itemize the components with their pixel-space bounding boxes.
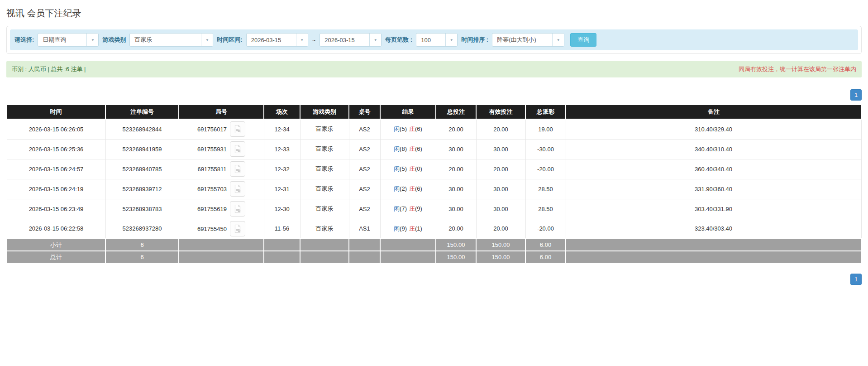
- page-size-label: 每页笔数 :: [385, 36, 412, 44]
- result-player-score: (8): [400, 145, 407, 152]
- cell-session: 11-56: [264, 219, 300, 239]
- video-file-icon: [233, 164, 242, 173]
- chevron-down-icon: ▼: [201, 34, 213, 46]
- cell-time: 2026-03-15 06:24:19: [7, 179, 105, 199]
- query-button[interactable]: 查询: [570, 33, 596, 47]
- currency-total-text: 币别 : 人民币 | 总共 :6 注单 |: [12, 65, 86, 73]
- subtotal-payout: 6.00: [525, 239, 566, 251]
- header-result: 结果: [380, 105, 436, 119]
- cell-payout: 28.50: [525, 179, 566, 199]
- cell-total-bet[interactable]: 20.00: [436, 159, 476, 179]
- result-player-label: 闲: [394, 205, 400, 212]
- cell-remark: 310.40/329.40: [566, 119, 861, 139]
- cell-valid-bet: 30.00: [476, 199, 525, 219]
- date-to-value: 2026-03-15: [320, 37, 369, 43]
- cell-total-bet[interactable]: 30.00: [436, 199, 476, 219]
- header-table-no: 桌号: [349, 105, 380, 119]
- cell-bet-id: 523268941959: [105, 139, 179, 159]
- header-payout: 总派彩: [525, 105, 566, 119]
- date-from-value: 2026-03-15: [247, 37, 296, 43]
- header-remark: 备注: [566, 105, 861, 119]
- result-player-score: (5): [400, 125, 407, 132]
- subtotal-empty-cell: [380, 239, 436, 251]
- subtotal-valid-bet: 150.00: [476, 239, 525, 251]
- cell-time: 2026-03-15 06:23:49: [7, 199, 105, 219]
- cell-result: 闲(7)庄(9): [380, 199, 436, 219]
- date-from-select[interactable]: 2026-03-15 ▼: [246, 33, 308, 47]
- total-payout: 6.00: [525, 251, 566, 263]
- subtotal-empty-cell: [179, 239, 264, 251]
- cell-valid-bet: 30.00: [476, 139, 525, 159]
- header-valid-bet: 有效投注: [476, 105, 525, 119]
- cell-session: 12-31: [264, 179, 300, 199]
- video-replay-button[interactable]: [230, 121, 245, 137]
- chevron-down-icon: ▼: [369, 34, 381, 46]
- game-type-select[interactable]: 百家乐 ▼: [129, 33, 213, 47]
- table-header: 时间 注单编号 局号 场次 游戏类别 桌号 结果 总投注 有效投注 总派彩 备注: [7, 105, 861, 119]
- cell-valid-bet: 20.00: [476, 119, 525, 139]
- video-file-icon: [233, 144, 242, 154]
- table-row: 2026-03-15 06:24:19523268939712691755703…: [7, 179, 861, 199]
- pagination-bottom: 1: [6, 274, 862, 285]
- cell-bet-id: 523268939712: [105, 179, 179, 199]
- page-title: 视讯 会员下注纪录: [6, 7, 868, 19]
- video-file-icon: [233, 125, 242, 134]
- cell-result: 闲(8)庄(6): [380, 139, 436, 159]
- total-empty-cell: [264, 251, 300, 263]
- total-count: 6: [105, 251, 179, 263]
- cell-game-type: 百家乐: [300, 119, 349, 139]
- subtotal-empty-cell: [566, 239, 861, 251]
- video-replay-button[interactable]: [230, 181, 245, 197]
- query-mode-select[interactable]: 日期查询 ▼: [38, 33, 99, 47]
- page-size-select[interactable]: 100 ▼: [416, 33, 458, 47]
- date-to-select[interactable]: 2026-03-15 ▼: [320, 33, 382, 47]
- sort-order-select[interactable]: 降幂(由大到小) ▼: [492, 33, 564, 47]
- page-number-button[interactable]: 1: [850, 89, 862, 101]
- cell-game-type: 百家乐: [300, 159, 349, 179]
- cell-result: 闲(2)庄(6): [380, 179, 436, 199]
- cell-session: 12-34: [264, 119, 300, 139]
- video-replay-button[interactable]: [230, 201, 245, 217]
- result-player-label: 闲: [394, 225, 400, 232]
- result-banker-label: 庄: [409, 185, 415, 192]
- same-round-notice-text: 同局有效投注，统一计算在该局第一张注单内: [739, 65, 856, 73]
- records-table: 时间 注单编号 局号 场次 游戏类别 桌号 结果 总投注 有效投注 总派彩 备注…: [6, 105, 862, 264]
- cell-bet-id: 523268940785: [105, 159, 179, 179]
- video-replay-button[interactable]: [230, 141, 245, 157]
- cell-round: 691755931: [179, 139, 264, 159]
- video-replay-button[interactable]: [230, 161, 245, 177]
- cell-round: 691756017: [179, 119, 264, 139]
- cell-round: 691755619: [179, 199, 264, 219]
- cell-total-bet[interactable]: 30.00: [436, 139, 476, 159]
- cell-session: 12-32: [264, 159, 300, 179]
- cell-result: 闲(5)庄(6): [380, 119, 436, 139]
- result-banker-label: 庄: [409, 205, 415, 212]
- cell-total-bet[interactable]: 20.00: [436, 119, 476, 139]
- summary-bar: 币别 : 人民币 | 总共 :6 注单 | 同局有效投注，统一计算在该局第一张注…: [6, 61, 862, 77]
- page-number-button[interactable]: 1: [850, 274, 862, 285]
- video-file-icon: [233, 224, 242, 233]
- video-file-icon: [233, 184, 242, 193]
- result-banker-label: 庄: [409, 145, 415, 152]
- result-player-score: (9): [400, 225, 407, 232]
- cell-game-type: 百家乐: [300, 199, 349, 219]
- result-banker-score: (1): [415, 225, 422, 232]
- header-bet-id: 注单编号: [105, 105, 179, 119]
- chevron-down-icon: ▼: [552, 34, 564, 46]
- cell-valid-bet: 20.00: [476, 219, 525, 239]
- cell-time: 2026-03-15 06:25:36: [7, 139, 105, 159]
- cell-total-bet[interactable]: 30.00: [436, 179, 476, 199]
- date-range-separator: ~: [312, 37, 316, 43]
- cell-table-no: AS1: [349, 219, 380, 239]
- subtotal-empty-cell: [349, 239, 380, 251]
- cell-round: 691755450: [179, 219, 264, 239]
- round-number: 691755703: [197, 186, 227, 193]
- video-file-icon: [233, 204, 242, 213]
- total-label: 总计: [7, 251, 105, 263]
- cell-total-bet[interactable]: 20.00: [436, 219, 476, 239]
- filter-panel: 请选择: 日期查询 ▼ 游戏类别 百家乐 ▼ 时间区间: 2026-03-15 …: [6, 26, 862, 54]
- video-replay-button[interactable]: [230, 221, 245, 236]
- cell-valid-bet: 30.00: [476, 179, 525, 199]
- cell-round: 691755811: [179, 159, 264, 179]
- chevron-down-icon: ▼: [445, 34, 457, 46]
